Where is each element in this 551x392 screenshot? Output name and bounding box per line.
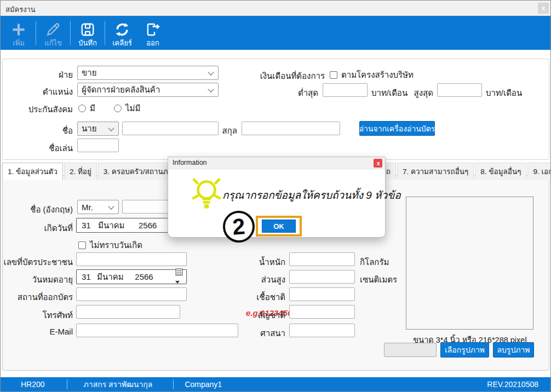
birthdate-label: เกิดวันที่ (17, 222, 73, 235)
radio-icon (114, 105, 122, 112)
position-value: ผู้จัดการฝ่ายคลังสินค้า (82, 83, 160, 96)
chevron-down-icon (108, 203, 114, 209)
race-label: เชื้อชาติ (224, 291, 285, 304)
clear-button[interactable]: เคลียร์ (107, 16, 137, 50)
expire-month: มีนาคม (97, 270, 135, 284)
delete-photo-button[interactable]: ลบรูปภาพ (493, 342, 534, 358)
expire-date-picker[interactable]: 31 มีนาคม 2566 (76, 269, 187, 284)
tab-documents-training[interactable]: 9. เอกสาร/การอบรม (527, 163, 551, 180)
tab-personal-info[interactable]: 1. ข้อมูลส่วนตัว (2, 163, 63, 180)
position-select[interactable]: ผู้จัดการฝ่ายคลังสินค้า (77, 83, 219, 97)
social-security-label: ประกันสังคม (6, 103, 73, 116)
weight-input[interactable] (289, 252, 355, 266)
calendar-icon (175, 268, 183, 276)
first-name-input[interactable] (122, 122, 219, 135)
social-security-no-radio[interactable]: ไม่มี (114, 102, 140, 115)
phone-label: โทรศัพท์ (17, 309, 73, 322)
ok-highlight-annotation: OK (256, 216, 302, 237)
surname-input[interactable] (242, 122, 340, 135)
toolbar-separator (70, 21, 71, 45)
photo-placeholder (406, 197, 533, 330)
name-title-value: นาย (82, 122, 96, 135)
name-title-en-select[interactable]: Mr. (77, 200, 119, 214)
issue-place-label: สถานที่ออกบัตร (6, 291, 73, 304)
dialog-message: กรุณากรอกข้อมูลให้ครบถ้วนทั้ง 9 หัวข้อ (222, 187, 401, 203)
phone-input[interactable] (76, 305, 180, 319)
department-select[interactable]: ขาย (77, 66, 219, 80)
ok-button[interactable]: OK (262, 220, 296, 233)
edit-button[interactable]: แก้ไข (38, 16, 68, 50)
dialog-titlebar: Information x (168, 157, 385, 169)
salary-structure-checkbox[interactable]: ตามโครงสร้างบริษัท (330, 68, 414, 82)
social-security-yes-label: มี (90, 102, 95, 115)
department-value: ขาย (82, 66, 96, 79)
refresh-icon (114, 20, 130, 39)
surname-label: สกุล (215, 124, 237, 137)
position-label: ตำแหน่ง (17, 85, 73, 99)
tab-address[interactable]: 2. ที่อยู่ (64, 163, 97, 180)
tab-other-info[interactable]: 8. ข้อมูลอื่นๆ (475, 163, 526, 180)
department-label: ฝ่าย (17, 68, 73, 82)
name-en-label: ชื่อ (อังกฤษ) (6, 203, 73, 216)
status-module-code: HR200 (1, 380, 67, 389)
unknown-birthdate-checkbox[interactable]: ไม่ทราบวันเกิด (78, 239, 142, 252)
toolbar: เพิ่ม แก้ไข บันทึก เคลียร์ (1, 16, 550, 50)
window-close-button[interactable]: x (538, 3, 549, 14)
religion-label: ศาสนา (224, 327, 285, 340)
lightbulb-icon (190, 176, 223, 215)
email-input[interactable] (76, 324, 238, 337)
nationality-input[interactable] (289, 305, 355, 319)
height-unit: เซนติเมตร (360, 273, 397, 286)
clear-button-label: เคลียร์ (112, 39, 132, 48)
nationality-label: สัญชาติ (224, 309, 285, 322)
save-icon (80, 20, 95, 39)
salary-max-input[interactable] (437, 83, 482, 97)
status-revision: REV.20210508 (487, 380, 550, 389)
social-security-yes-radio[interactable]: มี (78, 102, 95, 115)
dialog-close-button[interactable]: x (374, 159, 382, 168)
salary-min-unit: บาท/เดือน (371, 87, 407, 100)
tab-other-abilities[interactable]: 7. ความสามารถอื่นๆ (397, 163, 474, 180)
choose-photo-button[interactable]: เลือกรูปภาพ (440, 342, 489, 358)
status-company: Company1 (174, 380, 233, 389)
window-titlebar: สมัครงาน x (1, 1, 550, 16)
save-button[interactable]: บันทึก (72, 16, 103, 50)
read-card-button[interactable]: อ่านจากเครื่องอ่านบัตร (359, 121, 435, 136)
height-input[interactable] (289, 270, 355, 284)
weight-unit: กิโลกรัม (360, 256, 389, 269)
salary-max-label: สูงสุด (407, 87, 433, 100)
expire-year: 2566 (135, 272, 162, 281)
status-bar: HR200 ภาสกร สราพัฒนากุล Company1 REV.202… (1, 377, 550, 391)
calendar-dropdown[interactable] (175, 268, 183, 285)
information-dialog: Information x กรุณากรอกข้อมูลให้ครบถ้วนท… (168, 157, 386, 238)
radio-icon (78, 105, 86, 112)
exit-button[interactable]: ออก (137, 16, 168, 50)
nickname-input[interactable] (77, 139, 119, 152)
email-label: E-Mail (22, 327, 73, 336)
name-label: ชื่อ (33, 124, 73, 137)
salary-min-input[interactable] (323, 83, 368, 97)
checkbox-icon (78, 241, 86, 249)
unknown-birthdate-label: ไม่ทราบวันเกิด (90, 239, 142, 252)
plus-icon (10, 20, 27, 39)
chevron-down-icon (208, 86, 214, 92)
birth-day: 31 (82, 221, 98, 230)
salary-max-unit: บาท/เดือน (486, 87, 522, 100)
salary-min-label: ต่ำสุด (274, 87, 318, 100)
photo-path-field (384, 343, 437, 357)
height-label: ส่วนสูง (224, 273, 285, 286)
race-input[interactable] (289, 287, 355, 301)
add-button[interactable]: เพิ่ม (3, 16, 34, 50)
issue-place-input[interactable] (76, 287, 187, 301)
pencil-icon (45, 20, 61, 39)
chevron-down-icon (108, 125, 114, 131)
checkbox-icon (330, 71, 337, 79)
expire-day: 31 (82, 272, 97, 281)
application-window: สมัครงาน x เพิ่ม แก้ไข บันทึก (0, 0, 551, 392)
name-title-select[interactable]: นาย (77, 122, 119, 136)
status-user-name: ภาสกร สราพัฒนากุล (67, 378, 174, 390)
window-title: สมัครงาน (5, 4, 36, 15)
id-card-input[interactable] (76, 252, 187, 266)
toolbar-separator (36, 21, 36, 45)
religion-input[interactable] (289, 324, 355, 337)
